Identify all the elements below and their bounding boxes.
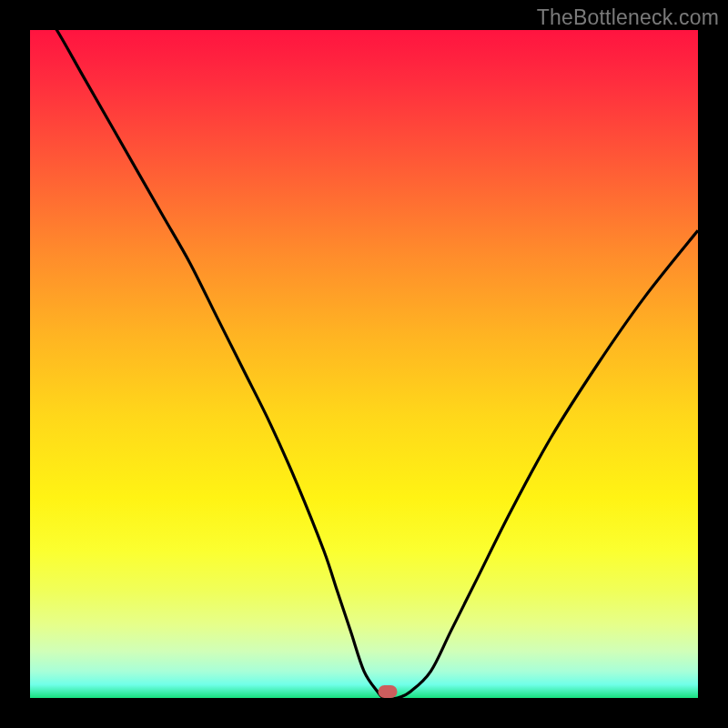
watermark-text: TheBottleneck.com xyxy=(537,5,719,30)
bottleneck-chart xyxy=(30,30,698,698)
optimum-marker xyxy=(378,685,397,698)
bottleneck-curve xyxy=(30,30,698,698)
